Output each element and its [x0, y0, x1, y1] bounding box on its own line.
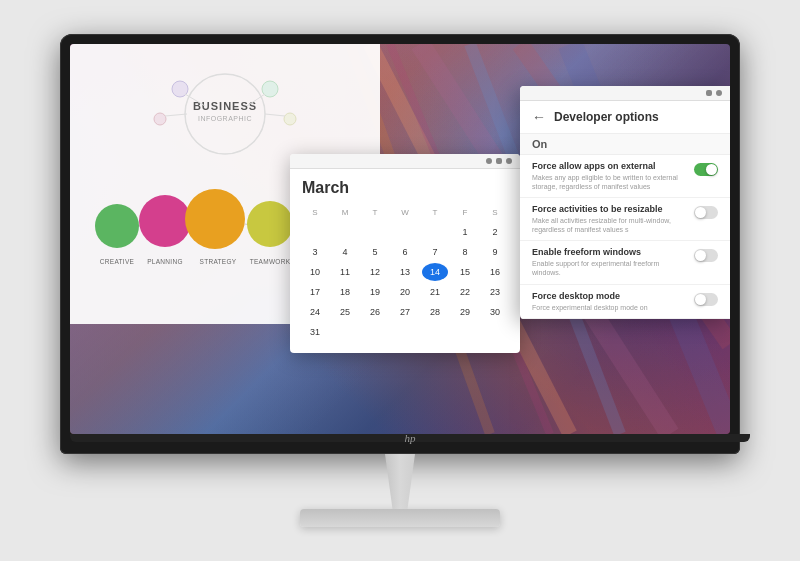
svg-text:TEAMWORK: TEAMWORK	[250, 258, 291, 265]
cal-day[interactable]: 9	[482, 243, 508, 261]
cal-day[interactable]: 4	[332, 243, 358, 261]
dev-close-btn[interactable]	[716, 90, 722, 96]
cal-day[interactable]: 10	[302, 263, 328, 281]
cal-day[interactable]: 19	[362, 283, 388, 301]
screen-content: BUSINESS INFOGRAPHIC	[70, 44, 730, 434]
cal-day[interactable]: 13	[392, 263, 418, 281]
monitor-stand-base	[300, 509, 500, 527]
svg-point-12	[154, 113, 166, 125]
dev-toggle-1[interactable]	[694, 163, 718, 176]
dev-option-2: Force activities to be resizable Make al…	[520, 198, 730, 241]
cal-day[interactable]: 12	[362, 263, 388, 281]
close-button[interactable]	[506, 158, 512, 164]
cal-day[interactable]: 27	[392, 303, 418, 321]
svg-line-17	[265, 114, 285, 116]
cal-day[interactable]: 25	[332, 303, 358, 321]
minimize-button[interactable]	[486, 158, 492, 164]
dev-option-2-desc: Make all activities resizable for multi-…	[532, 216, 688, 234]
cal-day[interactable]: 1	[452, 223, 478, 241]
dev-option-3-text: Enable freeform windows Enable support f…	[532, 247, 688, 277]
dev-option-3: Enable freeform windows Enable support f…	[520, 241, 730, 284]
monitor-stand-neck	[375, 454, 425, 509]
cal-day[interactable]: 8	[452, 243, 478, 261]
cal-header-f: F	[452, 203, 478, 221]
monitor: BUSINESS INFOGRAPHIC	[60, 34, 740, 527]
dev-option-3-desc: Enable support for experimental freeform…	[532, 259, 688, 277]
cal-day[interactable]: 16	[482, 263, 508, 281]
cal-header-t2: T	[422, 203, 448, 221]
cal-day[interactable]: 3	[302, 243, 328, 261]
calendar-week-1: 1 2	[302, 223, 508, 241]
cal-day[interactable]	[362, 223, 388, 241]
cal-day[interactable]: 11	[332, 263, 358, 281]
dev-option-4-desc: Force experimental desktop mode on	[532, 303, 688, 312]
cal-day[interactable]	[422, 323, 448, 341]
cal-day[interactable]	[362, 323, 388, 341]
svg-text:INFOGRAPHIC: INFOGRAPHIC	[198, 115, 252, 122]
cal-day[interactable]: 24	[302, 303, 328, 321]
developer-options-panel: ← Developer options On Force allow apps …	[520, 86, 730, 319]
cal-day[interactable]	[422, 223, 448, 241]
cal-day[interactable]: 2	[482, 223, 508, 241]
dev-option-1-title: Force allow apps on external	[532, 161, 688, 171]
back-icon[interactable]: ←	[532, 109, 546, 125]
calendar-week-2: 3 4 5 6 7 8 9	[302, 243, 508, 261]
cal-day[interactable]: 26	[362, 303, 388, 321]
dev-option-1: Force allow apps on external Makes any a…	[520, 155, 730, 198]
dev-option-2-text: Force activities to be resizable Make al…	[532, 204, 688, 234]
cal-day[interactable]: 29	[452, 303, 478, 321]
calendar-week-6: 31	[302, 323, 508, 341]
svg-text:STRATEGY: STRATEGY	[200, 258, 237, 265]
cal-header-t1: T	[362, 203, 388, 221]
dev-minimize-btn[interactable]	[706, 90, 712, 96]
dev-toggle-2[interactable]	[694, 206, 718, 219]
cal-day[interactable]	[482, 323, 508, 341]
calendar-week-5: 24 25 26 27 28 29 30	[302, 303, 508, 321]
cal-day[interactable]: 31	[302, 323, 328, 341]
svg-point-13	[284, 113, 296, 125]
cal-header-w: W	[392, 203, 418, 221]
cal-day[interactable]	[392, 223, 418, 241]
monitor-screen: BUSINESS INFOGRAPHIC	[70, 44, 730, 434]
cal-day[interactable]: 30	[482, 303, 508, 321]
cal-day[interactable]: 5	[362, 243, 388, 261]
svg-point-20	[139, 195, 191, 247]
cal-day[interactable]	[332, 323, 358, 341]
cal-day[interactable]	[332, 223, 358, 241]
calendar-titlebar	[290, 154, 520, 169]
cal-day[interactable]: 20	[392, 283, 418, 301]
dev-option-1-text: Force allow apps on external Makes any a…	[532, 161, 688, 191]
svg-point-22	[185, 189, 245, 249]
cal-day[interactable]: 22	[452, 283, 478, 301]
calendar-grid: S M T W T F S	[290, 203, 520, 353]
calendar-week-3: 10 11 12 13 14 15 16	[302, 263, 508, 281]
cal-day[interactable]: 7	[422, 243, 448, 261]
cal-day[interactable]: 15	[452, 263, 478, 281]
calendar-days-header: S M T W T F S	[302, 203, 508, 221]
cal-day[interactable]: 17	[302, 283, 328, 301]
cal-day[interactable]: 21	[422, 283, 448, 301]
dev-header: ← Developer options	[520, 101, 730, 134]
monitor-bezel: BUSINESS INFOGRAPHIC	[60, 34, 740, 454]
cal-day[interactable]	[392, 323, 418, 341]
dev-toggle-3[interactable]	[694, 249, 718, 262]
cal-day[interactable]: 28	[422, 303, 448, 321]
dev-option-4-title: Force desktop mode	[532, 291, 688, 301]
cal-header-s2: S	[482, 203, 508, 221]
dev-titlebar	[520, 86, 730, 101]
cal-day[interactable]: 18	[332, 283, 358, 301]
calendar-week-4: 17 18 19 20 21 22 23	[302, 283, 508, 301]
cal-day[interactable]: 23	[482, 283, 508, 301]
cal-day-today[interactable]: 14	[422, 263, 448, 281]
svg-text:PLANNING: PLANNING	[147, 258, 183, 265]
dev-toggle-4[interactable]	[694, 293, 718, 306]
svg-point-24	[247, 201, 293, 247]
dev-option-2-title: Force activities to be resizable	[532, 204, 688, 214]
cal-day[interactable]	[452, 323, 478, 341]
cal-day[interactable]	[302, 223, 328, 241]
svg-line-16	[165, 114, 187, 116]
cal-day[interactable]: 6	[392, 243, 418, 261]
dev-on-label: On	[520, 134, 730, 155]
dev-option-3-title: Enable freeform windows	[532, 247, 688, 257]
maximize-button[interactable]	[496, 158, 502, 164]
